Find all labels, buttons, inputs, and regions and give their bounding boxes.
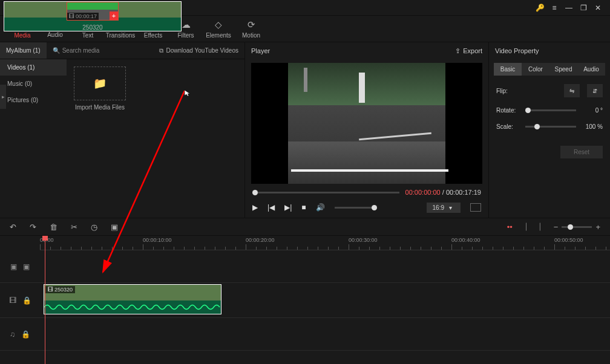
playhead[interactable]	[45, 236, 45, 364]
zoom-out-button[interactable]: −	[554, 223, 559, 232]
tool-elements-label: Elements	[206, 32, 231, 39]
stop-button[interactable]: ■	[301, 203, 306, 212]
lock-icon[interactable]: 🔒	[22, 296, 31, 305]
album-tab[interactable]: MyAlbum (1)	[0, 42, 47, 59]
media-categories: Videos (1) Music (0) Pictures (0)	[0, 59, 67, 218]
close-icon[interactable]: ✕	[591, 1, 605, 15]
tab-audio[interactable]: Audio	[577, 63, 605, 76]
tab-basic[interactable]: Basic	[494, 63, 522, 76]
clip-name: 250320	[82, 24, 102, 31]
timeline-clip-label: 250320	[54, 287, 73, 293]
scale-value: 100 %	[581, 123, 603, 130]
timeline-clip[interactable]: 🎞250320	[44, 284, 221, 314]
fullscreen-button[interactable]	[470, 203, 481, 212]
import-media-tile[interactable]: 📁 Import Media Files	[74, 67, 126, 111]
time-total: 00:00:17:19	[446, 189, 481, 196]
tab-speed[interactable]: Speed	[549, 63, 577, 76]
overlay-track-icon-2: ▣	[23, 262, 30, 271]
motion-icon: ⟳	[248, 19, 255, 30]
rotate-slider[interactable]	[525, 109, 576, 111]
tool-audio-label: Audio	[47, 31, 63, 38]
props-title: Video Property	[489, 42, 610, 59]
time-current: 00:00:00:00	[405, 189, 441, 196]
license-key-icon[interactable]: 🔑	[533, 1, 547, 15]
tab-color[interactable]: Color	[522, 63, 549, 76]
panel-expand-handle[interactable]: ▸	[0, 85, 6, 109]
crop-button[interactable]: ▣	[111, 223, 118, 232]
search-icon: 🔍	[53, 47, 60, 54]
player-panel: Player ⇪Export 00:00:00:00 / 00:00:17:19…	[245, 42, 489, 218]
export-icon: ⇪	[455, 47, 461, 55]
export-label: Export	[463, 47, 482, 54]
rotate-value: 0 °	[581, 107, 603, 114]
audio-track[interactable]: ♫🔒	[0, 318, 610, 351]
aspect-value: 16:9	[433, 204, 444, 211]
maximize-icon[interactable]: ❐	[576, 1, 591, 15]
download-icon: ⧉	[159, 47, 163, 54]
overlay-track-icon: ▣	[10, 262, 17, 271]
timeline-toolbar: ↶ ↷ 🗑 ✂ ◷ ▣ •• ⎸⎹ − +	[0, 218, 610, 236]
export-button[interactable]: ⇪Export	[455, 47, 482, 55]
tool-motion-label: Motion	[242, 32, 260, 39]
prev-frame-button[interactable]: |◀	[267, 203, 275, 212]
tool-motion[interactable]: ⟳Motion	[235, 19, 267, 39]
tool-media-label: Media	[14, 32, 30, 39]
video-track[interactable]: 🎞🔒 🎞250320	[0, 283, 610, 318]
rotate-label: Rotate:	[496, 107, 520, 114]
fit-button[interactable]: ⎸⎹	[526, 222, 540, 232]
flip-vertical-button[interactable]: ⇵	[587, 84, 603, 97]
tool-text-label: Text	[82, 32, 93, 39]
reset-button[interactable]: Reset	[560, 146, 603, 158]
redo-button[interactable]: ↷	[30, 223, 36, 232]
import-media-label: Import Media Files	[75, 104, 125, 111]
undo-button[interactable]: ↶	[10, 223, 16, 232]
add-clip-button[interactable]: +	[110, 11, 118, 20]
tool-elements[interactable]: ◇Elements	[202, 19, 235, 39]
video-track-icon: 🎞	[9, 296, 16, 305]
minimize-icon[interactable]: —	[562, 1, 576, 15]
lock-icon[interactable]: 🔒	[21, 330, 30, 339]
search-media[interactable]: 🔍Search media	[47, 47, 154, 54]
flip-label: Flip:	[496, 88, 520, 94]
cat-music[interactable]: Music (0)	[0, 76, 67, 92]
split-button[interactable]: ✂	[71, 223, 77, 232]
download-youtube-label: Download YouTube Videos	[166, 47, 238, 54]
chevron-down-icon: ▾	[449, 204, 452, 211]
folder-icon: 📁	[93, 77, 107, 90]
speed-button[interactable]: ◷	[91, 223, 97, 232]
aspect-select[interactable]: 16:9▾	[427, 203, 461, 213]
flip-horizontal-button[interactable]: ⇋	[564, 84, 580, 97]
cat-pictures[interactable]: Pictures (0)	[0, 92, 67, 108]
seek-bar[interactable]	[252, 192, 399, 193]
marker-button[interactable]: ••	[507, 223, 513, 232]
tool-filters-label: Filters	[177, 32, 194, 39]
music-track-icon: ♫	[10, 330, 15, 339]
video-property-panel: Video Property Basic Color Speed Audio F…	[489, 42, 610, 218]
next-frame-button[interactable]: ▶|	[284, 203, 292, 212]
menu-icon[interactable]: ≡	[547, 1, 562, 15]
clip-duration: 00:00:17	[76, 13, 97, 19]
cat-videos[interactable]: Videos (1)	[0, 59, 67, 76]
media-panel: MyAlbum (1) 🔍Search media ⧉Download YouT…	[0, 42, 245, 218]
preview-screen[interactable]	[251, 63, 482, 184]
scale-label: Scale:	[496, 123, 520, 130]
volume-slider[interactable]	[335, 207, 377, 209]
media-clip-thumb[interactable]: 🎞00:00:17 + 250320	[4, 1, 182, 31]
time-ruler[interactable]: 00:0000:00:10:0000:00:20:0000:00:30:0000…	[40, 236, 610, 250]
play-button[interactable]: ▶	[252, 203, 258, 212]
download-youtube-button[interactable]: ⧉Download YouTube Videos	[153, 47, 244, 54]
tool-transitions-label: Transitions	[106, 32, 136, 39]
delete-button[interactable]: 🗑	[50, 223, 57, 232]
zoom-slider[interactable]	[562, 226, 592, 228]
player-title: Player	[251, 47, 270, 54]
scale-slider[interactable]	[525, 126, 576, 128]
timeline: 00:0000:00:10:0000:00:20:0000:00:30:0000…	[0, 236, 610, 364]
film-icon: 🎞	[69, 13, 74, 19]
overlay-track: ▣▣	[0, 250, 610, 283]
search-placeholder: Search media	[62, 47, 100, 54]
tool-effects-label: Effects	[144, 32, 162, 39]
filters-icon: ☁	[182, 19, 191, 30]
film-icon: 🎞	[48, 287, 53, 293]
volume-icon[interactable]: 🔊	[316, 203, 325, 212]
zoom-in-button[interactable]: +	[595, 223, 600, 232]
